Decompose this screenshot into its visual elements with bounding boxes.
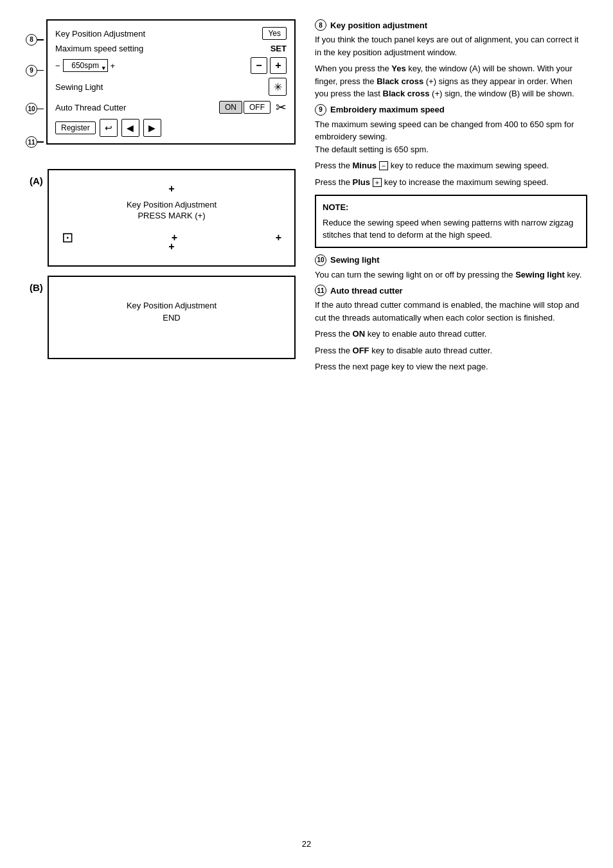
set-label: SET [271, 44, 287, 53]
panel-a: + Key Position Adjustment PRESS MARK (+)… [48, 169, 296, 267]
kpa-content: + Key Position Adjustment PRESS MARK (+)… [55, 179, 288, 256]
cross-bottom: + [168, 241, 174, 252]
sewing-light-button[interactable]: ✳ [269, 78, 287, 96]
section-9-num: 9 [315, 104, 326, 116]
yes-button[interactable]: Yes [262, 27, 287, 40]
panel-b: Key Position Adjustment END [48, 276, 296, 359]
section-10-para: You can turn the sewing light on or off … [315, 269, 587, 281]
section-11-title: Auto thread cutter [330, 286, 403, 296]
minus-prefix: − [55, 61, 60, 71]
black-cross-bold: Black cross [377, 76, 423, 86]
section-9-para2: Press the Minus − key to reduce the maxi… [315, 159, 587, 172]
panel-a-label: (A) [30, 175, 43, 186]
register-button[interactable]: Register [55, 121, 96, 134]
kpb-title: Key Position Adjustment [127, 301, 217, 310]
section-9-para3: Press the Plus + key to increase the max… [315, 176, 587, 189]
kpa-title: Key Position Adjustment [127, 200, 217, 209]
kpb-content: Key Position Adjustment END [55, 286, 288, 337]
content-row: 8 9 10 11 [26, 19, 587, 826]
section-10: 10 Sewing light You can turn the sewing … [315, 254, 587, 281]
plus-suffix: + [111, 61, 116, 71]
note-box: NOTE: Reduce the sewing speed when sewin… [315, 195, 587, 248]
section-11: 11 Auto thread cutter If the auto thread… [315, 285, 587, 373]
section-8-heading: 8 Key position adjustment [315, 19, 587, 31]
scissors-icon: ✂ [276, 100, 287, 115]
plus-button[interactable]: + [270, 57, 287, 74]
speed-input-wrap: 650spm ▼ [63, 59, 108, 72]
ann-num-11: 11 [26, 136, 37, 148]
page-number: 22 [26, 839, 587, 849]
cross-right: + [276, 232, 281, 244]
kpa-subtitle: PRESS MARK (+) [127, 211, 217, 220]
black-cross-bold-2: Black cross [383, 89, 430, 98]
section-11-para2: Press the ON key to enable auto thread c… [315, 328, 587, 341]
section-11-para3: Press the OFF key to disable auto thread… [315, 344, 587, 357]
section-9: 9 Embroidery maximum speed The maximum s… [315, 104, 587, 189]
ann-num-9: 9 [26, 65, 37, 76]
ann-num-10: 10 [26, 103, 37, 114]
section-8-para1: If you think the touch panel keys are ou… [315, 33, 587, 58]
kpb-end: END [163, 313, 180, 323]
section-11-num: 11 [315, 285, 326, 296]
section-10-heading: 10 Sewing light [315, 254, 587, 266]
section-11-para1: If the auto thread cutter command is ena… [315, 299, 587, 324]
off-button[interactable]: OFF [244, 101, 271, 114]
kpa-title-wrap: Key Position Adjustment PRESS MARK (+) [127, 200, 217, 227]
section-8-num: 8 [315, 19, 326, 31]
on-button[interactable]: ON [219, 101, 242, 114]
minus-button[interactable]: − [251, 57, 267, 74]
section-8: 8 Key position adjustment If you think t… [315, 19, 587, 100]
auto-thread-label: Auto Thread Cutter [55, 103, 219, 112]
right-column: 8 Key position adjustment If you think t… [308, 19, 587, 826]
minus-key: − [379, 161, 388, 170]
minus-bold: Minus [353, 161, 377, 170]
main-panel: Key Position Adjustment Yes Maximum spee… [46, 19, 296, 145]
cross-top: + [168, 183, 174, 195]
register-row: Register ↩ ◀ ▶ [55, 119, 287, 137]
speed-row: − 650spm ▼ + − + [55, 57, 287, 74]
section-9-title: Embroidery maximum speed [330, 105, 445, 114]
section-8-title: Key position adjustment [330, 21, 427, 30]
off-bold: OFF [353, 346, 369, 355]
section-9-para1: The maximum sewing speed can be changed … [315, 118, 587, 156]
key-position-label: Key Position Adjustment [55, 29, 262, 39]
section-11-heading: 11 Auto thread cutter [315, 285, 587, 296]
dropdown-arrow: ▼ [101, 66, 107, 71]
left-arrow-button[interactable]: ◀ [121, 119, 139, 137]
section-8-para2: When you press the Yes key, the window (… [315, 62, 587, 100]
sewing-light-row: Sewing Light ✳ [55, 78, 287, 96]
page: 8 9 10 11 [0, 0, 613, 868]
plus-bold: Plus [353, 177, 370, 187]
panel-b-label: (B) [30, 282, 43, 293]
note-text: Reduce the sewing speed when sewing patt… [323, 217, 580, 242]
thread-cutter-row: Auto Thread Cutter ON OFF ✂ [55, 100, 287, 115]
sewing-light-label: Sewing Light [55, 82, 269, 92]
section-10-num: 10 [315, 254, 326, 266]
section-10-title: Sewing light [330, 255, 380, 265]
section-9-heading: 9 Embroidery maximum speed [315, 104, 587, 116]
left-column: 8 9 10 11 [26, 19, 296, 826]
panel-b-wrap: (B) Key Position Adjustment END [48, 276, 296, 359]
plus-key: + [373, 178, 382, 187]
section-11-para4: Press the next page key to view the next… [315, 360, 587, 373]
panel-a-wrap: (A) + Key Position Adjustment PRESS MARK… [48, 169, 296, 267]
machine-icon: ⊡ [62, 229, 73, 246]
yes-bold: Yes [391, 64, 405, 73]
right-arrow-button[interactable]: ▶ [143, 119, 161, 137]
ann-num-8: 8 [26, 34, 37, 46]
max-speed-label-row: Maximum speed setting SET [55, 44, 287, 53]
key-position-row: Key Position Adjustment Yes [55, 27, 287, 40]
back-arrow-button[interactable]: ↩ [100, 119, 118, 137]
on-bold: ON [353, 329, 366, 339]
sewing-light-bold: Sewing light [515, 270, 565, 279]
note-title: NOTE: [323, 201, 580, 214]
max-speed-label: Maximum speed setting [55, 44, 267, 53]
